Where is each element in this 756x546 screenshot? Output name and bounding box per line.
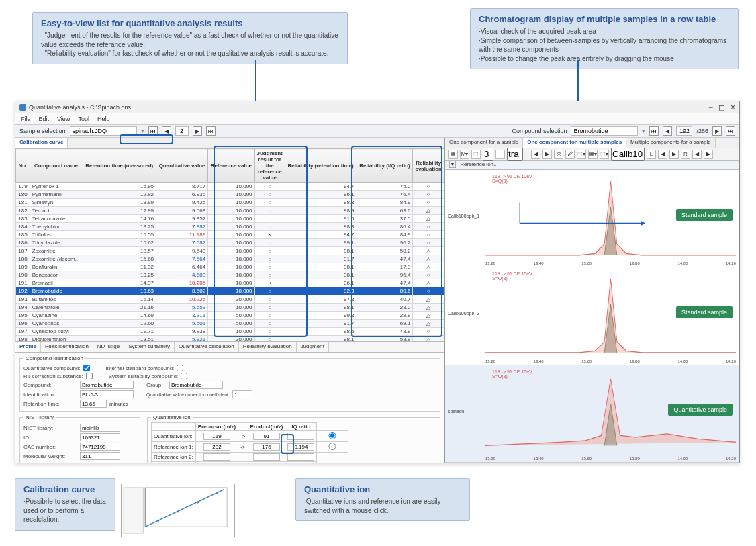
sys-suit-checkbox[interactable] bbox=[181, 373, 187, 379]
minimize-button[interactable]: − bbox=[708, 103, 713, 112]
menu-view[interactable]: View bbox=[57, 116, 70, 122]
qi-input[interactable] bbox=[287, 433, 314, 440]
table-row[interactable]: 183Tetraconazole14.769.85710.000○91.537.… bbox=[16, 215, 444, 223]
table-row[interactable]: 197Cyhalofop butyl19.719.83810.000○98.57… bbox=[16, 328, 444, 336]
nav-r-button[interactable]: R bbox=[681, 150, 690, 159]
nav-prev-button[interactable]: ◀ bbox=[658, 150, 667, 159]
qi-input[interactable] bbox=[203, 433, 230, 440]
lower-tab[interactable]: Profile bbox=[15, 342, 41, 352]
column-header[interactable]: Reliability (I/Q ratio) bbox=[357, 149, 413, 183]
table-row[interactable]: 185Triflufos16.5511.18910.000×94.784.9○ bbox=[16, 231, 444, 239]
lower-tab[interactable]: Quantitative calculation bbox=[175, 342, 239, 352]
cmpd-nav-prev-button[interactable]: ◀ bbox=[663, 126, 672, 136]
calib-select[interactable] bbox=[611, 148, 645, 161]
retention-time-input[interactable] bbox=[80, 400, 107, 408]
column-header[interactable]: No. bbox=[16, 149, 30, 183]
nav-first-button[interactable]: ⏮ bbox=[148, 126, 158, 136]
tab-calibration-curve[interactable]: Calibration curve bbox=[15, 138, 68, 148]
compound-selection-input[interactable] bbox=[571, 126, 638, 136]
sample-selection-input[interactable] bbox=[70, 126, 137, 136]
table-row[interactable]: 187Zoxamide18.579.54810.000○88.150.2△ bbox=[16, 247, 444, 255]
qvcf-input[interactable] bbox=[232, 390, 252, 398]
nav-prev2-button[interactable]: ◀ bbox=[692, 150, 702, 159]
internal-std-checkbox[interactable] bbox=[177, 365, 183, 371]
column-header[interactable]: Quantitative value bbox=[156, 149, 208, 183]
table-row[interactable]: 190Benoxacor13.254.68810.000○98.196.4○ bbox=[16, 271, 444, 279]
nav-l-button[interactable]: L bbox=[647, 150, 656, 159]
cmpd-nav-last-button[interactable]: ⏭ bbox=[726, 126, 735, 136]
cas-input[interactable] bbox=[80, 443, 120, 451]
nav-next2-button[interactable]: ▶ bbox=[704, 150, 713, 159]
lower-tab[interactable]: Judgment bbox=[297, 342, 329, 352]
qi-input[interactable] bbox=[253, 453, 280, 461]
rt-corr-checkbox[interactable] bbox=[86, 373, 93, 379]
chrom-cell-3[interactable]: 119 -> 91 CE 10eVS=Q(3) spinach Quantita… bbox=[445, 365, 739, 463]
qi-input[interactable] bbox=[203, 443, 230, 451]
column-header[interactable]: Reference value bbox=[208, 149, 254, 183]
table-row[interactable]: 193Butamifos16.1410.22530.000○97.340.7△ bbox=[16, 295, 444, 304]
collapse-icon[interactable]: ▾ bbox=[449, 161, 456, 168]
table-row[interactable]: 192Bromobutide13.638.60210.000○92.380.6○ bbox=[16, 287, 444, 295]
nav-next-button[interactable]: ▶ bbox=[193, 126, 202, 136]
qi-radio[interactable] bbox=[319, 432, 346, 439]
nist-lib-input[interactable] bbox=[80, 424, 120, 432]
qi-input[interactable] bbox=[287, 443, 314, 451]
qi-input[interactable] bbox=[253, 433, 280, 440]
chrom-cell-2[interactable]: 119 -> 91 CE 10eVS=Q(3) Calib100ppb_2 St… bbox=[445, 267, 739, 365]
quant-compound-checkbox[interactable] bbox=[83, 365, 90, 371]
nav-next-button[interactable]: ▶ bbox=[669, 150, 679, 159]
table-row[interactable]: 188Zoxamide (decom...15.687.56410.000○91… bbox=[16, 255, 444, 263]
chrom-cell-1[interactable]: 119 -> 91 CE 10eVS=Q(3) Calib100ppb_1 St… bbox=[445, 170, 739, 267]
compound-input[interactable] bbox=[80, 381, 134, 389]
nist-id-input[interactable] bbox=[80, 433, 120, 441]
menu-edit[interactable]: Edit bbox=[39, 116, 50, 122]
column-header[interactable]: Compound name bbox=[30, 149, 83, 183]
table-row[interactable]: 181Simetryn13.899.42510.000○98.384.9○ bbox=[16, 199, 444, 207]
table-row[interactable]: 194Cafenstrole21.165.55310.000○98.123.0△ bbox=[16, 304, 444, 312]
table-row[interactable]: 184Thenylchlor18.257.88210.000○98.386.4○ bbox=[16, 223, 444, 231]
tool-button[interactable]: ⬚▾ bbox=[577, 150, 586, 159]
nav-button[interactable]: ▶ bbox=[542, 150, 552, 159]
tool-button[interactable]: ◎ bbox=[554, 150, 563, 159]
column-header[interactable]: Reliability (retention time) bbox=[285, 149, 357, 183]
qi-input[interactable] bbox=[253, 443, 280, 451]
maximize-button[interactable]: ◻ bbox=[718, 103, 725, 112]
menu-tool[interactable]: Tool bbox=[78, 116, 89, 122]
table-row[interactable]: 195Cyanazine14.693.31150.000○99.328.8△ bbox=[16, 312, 444, 320]
qi-input[interactable] bbox=[287, 453, 314, 461]
results-grid-scroll[interactable]: No.Compound nameRetention time (measured… bbox=[15, 148, 444, 341]
grid-count-input[interactable] bbox=[483, 148, 493, 161]
column-header[interactable]: Retention time (measured) bbox=[83, 149, 156, 183]
qi-radio[interactable] bbox=[319, 443, 346, 450]
right-tab[interactable]: Multiple components for a sample bbox=[626, 138, 716, 148]
close-button[interactable]: × bbox=[730, 103, 735, 112]
column-header[interactable]: Reliability evaluation bbox=[413, 149, 444, 183]
tool-button[interactable]: ▦▾ bbox=[588, 150, 598, 159]
cmpd-page-input[interactable] bbox=[676, 126, 692, 136]
tool-button[interactable]: ⋯ bbox=[495, 150, 505, 159]
table-row[interactable]: 182Terbacil12.999.56810.000○98.963.6△ bbox=[16, 207, 444, 215]
lower-tab[interactable]: System suitability bbox=[124, 342, 175, 352]
page-input[interactable] bbox=[175, 126, 189, 136]
table-row[interactable]: 180Pyrimethanil12.826.93610.000○96.176.4… bbox=[16, 191, 444, 199]
table-row[interactable]: 179Pyrifenox 115.958.71710.000○94.775.0○ bbox=[16, 183, 444, 191]
tool-button[interactable]: ⬚▾ bbox=[600, 150, 609, 159]
nav-last-button[interactable]: ⏭ bbox=[206, 126, 216, 136]
tool-button[interactable]: ⬚ bbox=[471, 150, 481, 159]
column-header[interactable]: Judgment result for the reference value bbox=[254, 149, 285, 183]
nav-prev-button[interactable]: ◀ bbox=[162, 126, 171, 136]
tool-button[interactable]: M▾ bbox=[460, 150, 469, 159]
menu-help[interactable]: Help bbox=[97, 116, 110, 122]
table-row[interactable]: 196Cyanophos12.605.50150.000○91.769.1△ bbox=[16, 320, 444, 328]
table-row[interactable]: 186Tricyclazole16.627.58210.000○99.196.2… bbox=[16, 239, 444, 247]
right-tab[interactable]: One component for a sample bbox=[445, 138, 523, 148]
mw-input[interactable] bbox=[80, 452, 120, 460]
tool-button[interactable]: 🖉 bbox=[565, 150, 575, 159]
table-row[interactable]: 191Bromacil14.3710.28510.000×96.147.4△ bbox=[16, 279, 444, 287]
lower-tab[interactable]: Reliability evaluation bbox=[239, 342, 297, 352]
lower-tab[interactable]: ND judge bbox=[93, 342, 124, 352]
table-row[interactable]: 198Dichlofenthion13.515.82130.000○98.153… bbox=[16, 336, 444, 342]
table-row[interactable]: 189Benfluralin11.326.46410.000○98.117.9△ bbox=[16, 263, 444, 271]
cmpd-nav-next-button[interactable]: ▶ bbox=[712, 126, 722, 136]
qi-input[interactable] bbox=[203, 453, 230, 461]
